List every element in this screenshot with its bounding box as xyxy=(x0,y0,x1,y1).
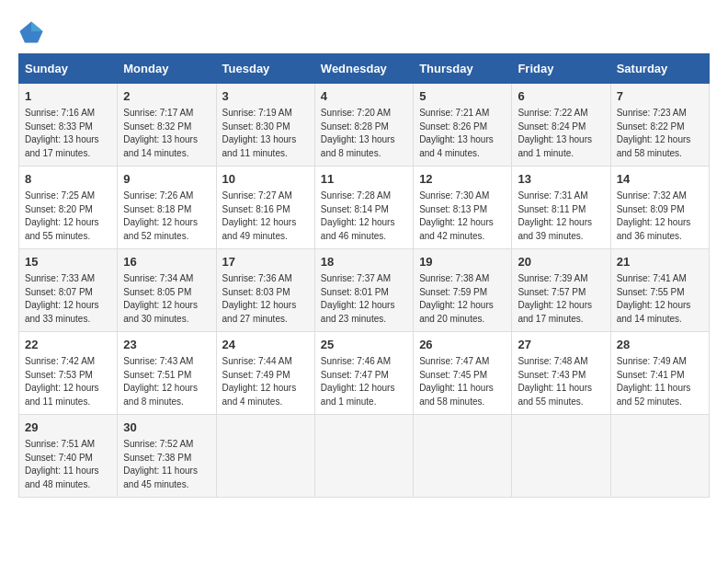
calendar-cell: 21Sunrise: 7:41 AM Sunset: 7:55 PM Dayli… xyxy=(610,249,709,332)
day-number: 12 xyxy=(419,171,506,188)
calendar-cell: 17Sunrise: 7:36 AM Sunset: 8:03 PM Dayli… xyxy=(216,249,314,332)
week-row-5: 29Sunrise: 7:51 AM Sunset: 7:40 PM Dayli… xyxy=(19,415,710,498)
day-info: Sunrise: 7:22 AM Sunset: 8:24 PM Dayligh… xyxy=(518,107,604,160)
day-info: Sunrise: 7:43 AM Sunset: 7:51 PM Dayligh… xyxy=(123,355,210,408)
day-number: 8 xyxy=(25,171,111,188)
day-number: 15 xyxy=(25,254,111,270)
day-number: 9 xyxy=(123,171,210,188)
calendar-cell: 18Sunrise: 7:37 AM Sunset: 8:01 PM Dayli… xyxy=(314,249,413,332)
week-row-1: 1Sunrise: 7:16 AM Sunset: 8:33 PM Daylig… xyxy=(19,84,710,167)
day-number: 26 xyxy=(419,337,506,353)
day-info: Sunrise: 7:16 AM Sunset: 8:33 PM Dayligh… xyxy=(25,107,111,160)
day-info: Sunrise: 7:25 AM Sunset: 8:20 PM Dayligh… xyxy=(25,190,111,243)
header-day-thursday: Thursday xyxy=(414,54,512,84)
calendar-cell: 28Sunrise: 7:49 AM Sunset: 7:41 PM Dayli… xyxy=(610,332,709,415)
day-number: 28 xyxy=(617,337,703,353)
calendar-cell: 12Sunrise: 7:30 AM Sunset: 8:13 PM Dayli… xyxy=(414,167,512,249)
day-number: 2 xyxy=(123,88,210,105)
day-info: Sunrise: 7:48 AM Sunset: 7:43 PM Dayligh… xyxy=(518,355,604,408)
day-info: Sunrise: 7:17 AM Sunset: 8:32 PM Dayligh… xyxy=(123,107,210,160)
day-info: Sunrise: 7:21 AM Sunset: 8:26 PM Dayligh… xyxy=(419,107,506,160)
day-number: 30 xyxy=(123,419,210,436)
week-row-3: 15Sunrise: 7:33 AM Sunset: 8:07 PM Dayli… xyxy=(19,249,710,332)
day-number: 7 xyxy=(617,88,703,105)
day-info: Sunrise: 7:19 AM Sunset: 8:30 PM Dayligh… xyxy=(222,107,309,160)
calendar-header: SundayMondayTuesdayWednesdayThursdayFrid… xyxy=(19,54,710,84)
day-number: 17 xyxy=(222,254,309,270)
calendar-cell: 27Sunrise: 7:48 AM Sunset: 7:43 PM Dayli… xyxy=(512,332,610,415)
day-info: Sunrise: 7:39 AM Sunset: 7:57 PM Dayligh… xyxy=(518,272,604,326)
day-number: 24 xyxy=(222,337,309,353)
calendar-cell: 9Sunrise: 7:26 AM Sunset: 8:18 PM Daylig… xyxy=(118,167,216,249)
day-number: 10 xyxy=(222,171,309,188)
day-info: Sunrise: 7:47 AM Sunset: 7:45 PM Dayligh… xyxy=(419,355,506,408)
day-info: Sunrise: 7:26 AM Sunset: 8:18 PM Dayligh… xyxy=(123,190,210,243)
calendar-cell: 30Sunrise: 7:52 AM Sunset: 7:38 PM Dayli… xyxy=(118,415,216,498)
week-row-2: 8Sunrise: 7:25 AM Sunset: 8:20 PM Daylig… xyxy=(19,167,710,249)
day-info: Sunrise: 7:30 AM Sunset: 8:13 PM Dayligh… xyxy=(419,190,506,243)
day-number: 22 xyxy=(25,337,111,353)
calendar-cell xyxy=(610,415,709,498)
header-day-tuesday: Tuesday xyxy=(216,54,314,84)
week-row-4: 22Sunrise: 7:42 AM Sunset: 7:53 PM Dayli… xyxy=(19,332,710,415)
calendar-cell: 26Sunrise: 7:47 AM Sunset: 7:45 PM Dayli… xyxy=(414,332,512,415)
svg-marker-1 xyxy=(31,22,43,32)
calendar-cell: 1Sunrise: 7:16 AM Sunset: 8:33 PM Daylig… xyxy=(19,84,118,167)
day-info: Sunrise: 7:44 AM Sunset: 7:49 PM Dayligh… xyxy=(222,355,309,408)
calendar-cell: 14Sunrise: 7:32 AM Sunset: 8:09 PM Dayli… xyxy=(610,167,709,249)
calendar-cell: 29Sunrise: 7:51 AM Sunset: 7:40 PM Dayli… xyxy=(19,415,118,498)
day-number: 23 xyxy=(123,337,210,353)
day-info: Sunrise: 7:36 AM Sunset: 8:03 PM Dayligh… xyxy=(222,272,309,326)
day-number: 19 xyxy=(419,254,506,270)
day-info: Sunrise: 7:20 AM Sunset: 8:28 PM Dayligh… xyxy=(321,107,407,160)
header-row: SundayMondayTuesdayWednesdayThursdayFrid… xyxy=(19,54,710,84)
calendar-cell: 25Sunrise: 7:46 AM Sunset: 7:47 PM Dayli… xyxy=(314,332,413,415)
header-day-monday: Monday xyxy=(118,54,216,84)
calendar-cell xyxy=(512,415,610,498)
calendar-cell: 15Sunrise: 7:33 AM Sunset: 8:07 PM Dayli… xyxy=(19,249,118,332)
day-info: Sunrise: 7:28 AM Sunset: 8:14 PM Dayligh… xyxy=(321,190,407,243)
calendar-cell xyxy=(216,415,314,498)
day-number: 3 xyxy=(222,88,309,105)
logo-icon xyxy=(18,18,44,44)
day-info: Sunrise: 7:46 AM Sunset: 7:47 PM Dayligh… xyxy=(321,355,407,408)
calendar-cell: 8Sunrise: 7:25 AM Sunset: 8:20 PM Daylig… xyxy=(19,167,118,249)
day-number: 11 xyxy=(321,171,407,188)
calendar-cell: 7Sunrise: 7:23 AM Sunset: 8:22 PM Daylig… xyxy=(610,84,709,167)
calendar-cell: 2Sunrise: 7:17 AM Sunset: 8:32 PM Daylig… xyxy=(118,84,216,167)
calendar-cell: 20Sunrise: 7:39 AM Sunset: 7:57 PM Dayli… xyxy=(512,249,610,332)
header-day-wednesday: Wednesday xyxy=(314,54,413,84)
day-info: Sunrise: 7:34 AM Sunset: 8:05 PM Dayligh… xyxy=(123,272,210,326)
day-info: Sunrise: 7:33 AM Sunset: 8:07 PM Dayligh… xyxy=(25,272,111,326)
page-header xyxy=(18,18,710,44)
day-number: 5 xyxy=(419,88,506,105)
calendar-cell: 13Sunrise: 7:31 AM Sunset: 8:11 PM Dayli… xyxy=(512,167,610,249)
day-number: 18 xyxy=(321,254,407,270)
calendar-cell: 23Sunrise: 7:43 AM Sunset: 7:51 PM Dayli… xyxy=(118,332,216,415)
day-info: Sunrise: 7:49 AM Sunset: 7:41 PM Dayligh… xyxy=(617,355,703,408)
day-number: 16 xyxy=(123,254,210,270)
calendar-cell: 5Sunrise: 7:21 AM Sunset: 8:26 PM Daylig… xyxy=(414,84,512,167)
calendar-cell xyxy=(314,415,413,498)
calendar-cell: 19Sunrise: 7:38 AM Sunset: 7:59 PM Dayli… xyxy=(414,249,512,332)
header-day-saturday: Saturday xyxy=(610,54,709,84)
logo xyxy=(18,18,48,44)
calendar-cell xyxy=(414,415,512,498)
day-number: 21 xyxy=(617,254,703,270)
day-number: 4 xyxy=(321,88,407,105)
day-info: Sunrise: 7:51 AM Sunset: 7:40 PM Dayligh… xyxy=(25,438,111,491)
day-number: 6 xyxy=(518,88,604,105)
calendar-cell: 6Sunrise: 7:22 AM Sunset: 8:24 PM Daylig… xyxy=(512,84,610,167)
calendar-cell: 11Sunrise: 7:28 AM Sunset: 8:14 PM Dayli… xyxy=(314,167,413,249)
day-number: 29 xyxy=(25,419,111,436)
day-number: 25 xyxy=(321,337,407,353)
calendar-cell: 10Sunrise: 7:27 AM Sunset: 8:16 PM Dayli… xyxy=(216,167,314,249)
calendar-body: 1Sunrise: 7:16 AM Sunset: 8:33 PM Daylig… xyxy=(19,84,710,498)
day-info: Sunrise: 7:37 AM Sunset: 8:01 PM Dayligh… xyxy=(321,272,407,326)
day-info: Sunrise: 7:27 AM Sunset: 8:16 PM Dayligh… xyxy=(222,190,309,243)
day-info: Sunrise: 7:52 AM Sunset: 7:38 PM Dayligh… xyxy=(123,438,210,491)
day-number: 20 xyxy=(518,254,604,270)
day-number: 1 xyxy=(25,88,111,105)
day-info: Sunrise: 7:42 AM Sunset: 7:53 PM Dayligh… xyxy=(25,355,111,408)
calendar-cell: 3Sunrise: 7:19 AM Sunset: 8:30 PM Daylig… xyxy=(216,84,314,167)
